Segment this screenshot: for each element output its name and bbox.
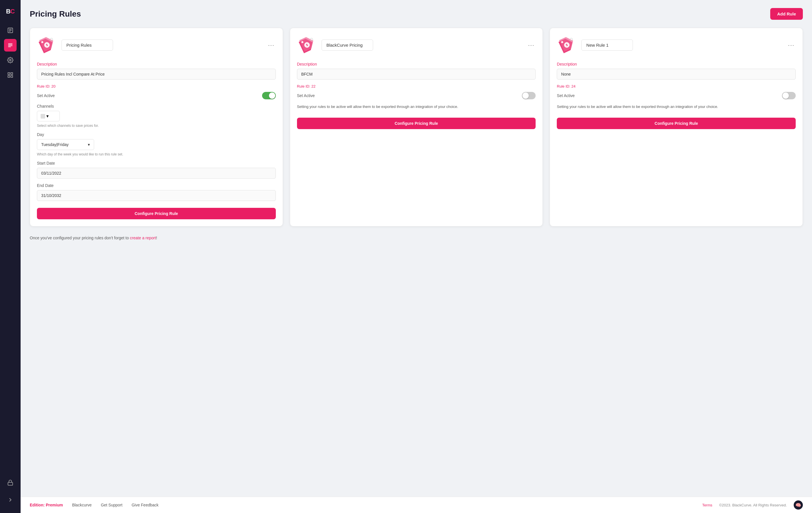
sidebar-icon-document[interactable] [4, 24, 17, 37]
card-1-end-date-input[interactable] [37, 190, 276, 201]
brain-icon: 🧠 [794, 501, 803, 510]
page-title: Pricing Rules [30, 9, 81, 19]
card-1-start-date-label: Start Date [37, 161, 276, 165]
app-logo[interactable]: BC [3, 5, 17, 18]
card-2-description-input[interactable] [297, 69, 536, 80]
card-1-channels-hint: Select which channels to save prices for… [37, 124, 276, 128]
notice-text-after: ! [156, 236, 157, 240]
card-1-header: $ ··· [37, 35, 276, 55]
logo-b: B [6, 8, 10, 15]
footer-link-support[interactable]: Get Support [101, 503, 122, 507]
card-3-set-active-row: Set Active [557, 92, 796, 99]
card-1-day-label: Day [37, 132, 276, 137]
card-3-name-input[interactable] [581, 39, 633, 51]
day-value: Tuesday|Friday [41, 142, 69, 147]
card-1-channels-select[interactable]: ▾ [37, 111, 60, 122]
edition-value: Premium [46, 503, 63, 507]
svg-rect-10 [11, 73, 12, 75]
card-2-inactive-message: Setting your rules to be active will all… [297, 104, 536, 110]
card-2-header: $ ··· [297, 35, 536, 55]
card-1-name-input[interactable] [61, 39, 113, 51]
card-2-set-active-label: Set Active [297, 93, 315, 98]
footer-bar: Edition: Premium Blackcurve Get Support … [21, 497, 812, 513]
card-1-rule-id: Rule ID: 20 [37, 84, 276, 88]
footer-right: Terms ©2023. BlackCurve. All Rights Rese… [702, 501, 803, 510]
card-2-toggle[interactable] [522, 92, 535, 99]
card-1-configure-button[interactable]: Configure Pricing Rule [37, 208, 276, 219]
card-1-menu-button[interactable]: ··· [267, 40, 276, 50]
cards-grid: $ ··· Description Rule ID: 20 Set Active [30, 28, 803, 226]
card-2-configure-button[interactable]: Configure Pricing Rule [297, 118, 536, 129]
sidebar: BC [0, 0, 21, 513]
price-tag-icon-3: $ [557, 35, 577, 55]
card-1-day-hint: Which day of the week you would like to … [37, 152, 276, 156]
footer-link-feedback[interactable]: Give Feedback [132, 503, 158, 507]
card-2-description-label: Description [297, 62, 536, 66]
card-1-day-select[interactable]: Tuesday|Friday ▾ [37, 139, 94, 150]
page-header: Pricing Rules Add Rule [30, 8, 803, 20]
card-3-header-left: $ [557, 35, 633, 55]
card-3-configure-button[interactable]: Configure Pricing Rule [557, 118, 796, 129]
channels-dropdown-arrow: ▾ [46, 113, 49, 119]
rule-card-3: $ ··· Description Rule ID: 24 Set Active [550, 28, 803, 226]
edition-label: Edition: [30, 503, 45, 507]
card-3-description-label: Description [557, 62, 796, 66]
card-2-menu-button[interactable]: ··· [527, 40, 536, 50]
price-tag-icon-2: $ [297, 35, 317, 55]
card-2-set-active-row: Set Active [297, 92, 536, 99]
footer-copyright: ©2023. BlackCurve. All Rights Reserved. [719, 503, 787, 507]
card-3-inactive-message: Setting your rules to be active will all… [557, 104, 796, 110]
footer-edition: Edition: Premium [30, 503, 63, 507]
card-1-description-label: Description [37, 62, 276, 66]
sidebar-icon-pricing[interactable] [4, 39, 17, 52]
card-3-toggle-thumb [783, 92, 789, 99]
svg-point-8 [9, 59, 11, 61]
card-1-set-active-label: Set Active [37, 93, 55, 98]
svg-rect-12 [11, 76, 12, 77]
card-1-toggle-check: ✓ [272, 94, 275, 98]
bottom-notice: Once you've configured your pricing rule… [30, 236, 803, 240]
rule-card-1: $ ··· Description Rule ID: 20 Set Active [30, 28, 283, 226]
card-2-rule-id: Rule ID: 22 [297, 84, 536, 88]
card-1-description-input[interactable] [37, 69, 276, 80]
main-content: Pricing Rules Add Rule [21, 0, 812, 513]
footer-terms-link[interactable]: Terms [702, 503, 712, 507]
card-1-set-active-row: Set Active ✓ [37, 92, 276, 99]
sidebar-icon-lock[interactable] [4, 476, 17, 489]
rule-card-2: $ ··· Description Rule ID: 22 Set Active [290, 28, 543, 226]
card-2-header-left: $ [297, 35, 373, 55]
card-2-name-input[interactable] [322, 39, 373, 51]
card-2-toggle-thumb [522, 92, 529, 99]
card-3-description-input[interactable] [557, 69, 796, 80]
notice-text-before: Once you've configured your pricing rule… [30, 236, 130, 240]
day-dropdown-arrow: ▾ [88, 142, 90, 147]
card-1-end-date-label: End Date [37, 183, 276, 188]
card-3-rule-id: Rule ID: 24 [557, 84, 796, 88]
card-3-toggle[interactable] [782, 92, 796, 99]
channel-color-swatch [40, 114, 45, 118]
card-3-menu-button[interactable]: ··· [787, 40, 796, 50]
logo-c: C [10, 8, 14, 15]
card-1-start-date-input[interactable] [37, 168, 276, 179]
card-1-channels-label: Channels [37, 104, 276, 108]
footer-link-blackcurve[interactable]: Blackcurve [72, 503, 92, 507]
svg-rect-11 [8, 76, 10, 77]
sidebar-icon-nav-arrow[interactable] [4, 493, 17, 506]
create-report-link[interactable]: create a report [130, 236, 156, 240]
add-rule-button[interactable]: Add Rule [770, 8, 803, 20]
svg-rect-9 [8, 73, 10, 75]
card-3-set-active-label: Set Active [557, 93, 575, 98]
sidebar-icon-settings[interactable] [4, 54, 17, 66]
card-1-header-left: $ [37, 35, 113, 55]
sidebar-icon-grid[interactable] [4, 69, 17, 81]
content-area: Pricing Rules Add Rule [21, 0, 812, 497]
svg-rect-13 [8, 482, 13, 485]
price-tag-icon-1: $ [37, 35, 57, 55]
card-1-toggle[interactable]: ✓ [262, 92, 276, 99]
card-3-header: $ ··· [557, 35, 796, 55]
